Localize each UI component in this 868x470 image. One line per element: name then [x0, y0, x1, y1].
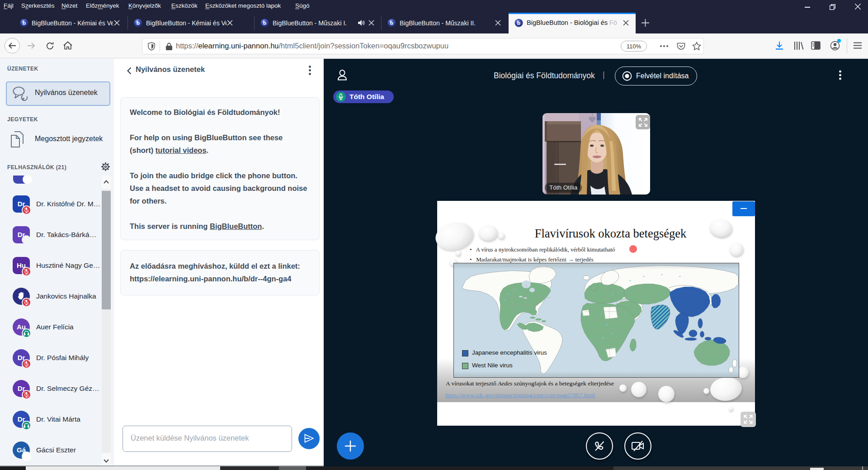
- svg-text:b: b: [137, 19, 140, 26]
- svg-text:b: b: [390, 19, 393, 26]
- svg-text:b: b: [263, 19, 266, 26]
- svg-text:b: b: [517, 19, 520, 26]
- svg-text:b: b: [23, 19, 26, 26]
